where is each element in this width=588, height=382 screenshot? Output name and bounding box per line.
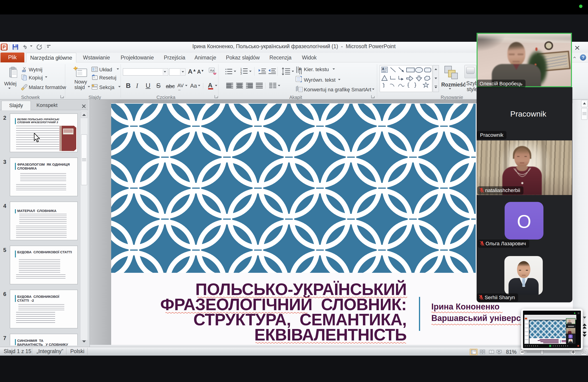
svg-text:A: A xyxy=(299,67,301,71)
svg-text:A: A xyxy=(382,67,384,70)
svg-text:Aa: Aa xyxy=(210,68,214,72)
